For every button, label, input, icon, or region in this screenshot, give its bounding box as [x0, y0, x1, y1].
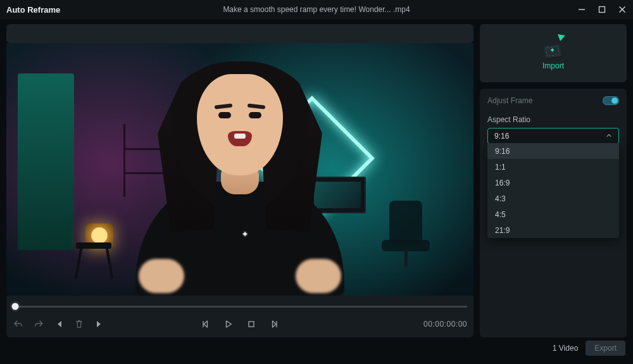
cursor-icon: ✦ [242, 230, 248, 239]
delete-icon[interactable] [73, 318, 85, 330]
step-back-icon[interactable] [200, 318, 211, 330]
stop-icon[interactable] [246, 318, 257, 330]
aspect-option-1-1[interactable]: 1:1 [487, 159, 619, 175]
next-marker-icon[interactable] [94, 318, 105, 330]
app-title: Auto Reframe [6, 5, 60, 15]
svg-rect-5 [249, 322, 254, 327]
right-panel: ✦ Import Adjust Frame Aspect Ratio 9:16 … [480, 24, 627, 337]
redo-icon[interactable] [33, 318, 44, 330]
step-forward-icon[interactable] [268, 318, 280, 330]
aspect-option-4-3[interactable]: 4:3 [487, 191, 619, 206]
aspect-ratio-select[interactable]: 9:16 [487, 128, 619, 144]
adjust-frame-panel: Adjust Frame Aspect Ratio 9:16 9:16 1:1 … [480, 89, 627, 337]
aspect-ratio-label: Aspect Ratio [487, 115, 619, 124]
video-count: 1 Video [553, 344, 578, 353]
undo-icon[interactable] [13, 318, 24, 330]
export-button[interactable]: Export [586, 341, 625, 356]
adjust-frame-title: Adjust Frame [487, 96, 532, 105]
timeline-scrubber[interactable] [13, 301, 467, 312]
player-controls: 00:00:00:00 [6, 296, 473, 337]
preview-panel: ✦ [6, 24, 473, 337]
minimize-icon[interactable] [577, 5, 586, 14]
aspect-option-4-5[interactable]: 4:5 [487, 206, 619, 222]
aspect-option-16-9[interactable]: 16:9 [487, 175, 619, 191]
window-controls [577, 5, 627, 14]
prev-marker-icon[interactable] [53, 318, 65, 330]
adjust-frame-toggle[interactable] [603, 96, 619, 105]
preview-topbar [6, 24, 473, 43]
footer: 1 Video Export [0, 339, 633, 358]
video-frame: ✦ [6, 43, 473, 296]
import-icon: ✦ [543, 36, 563, 58]
aspect-ratio-value: 9:16 [494, 132, 509, 141]
svg-rect-1 [599, 7, 605, 13]
import-label: Import [542, 61, 564, 70]
close-icon[interactable] [618, 5, 627, 14]
maximize-icon[interactable] [598, 5, 606, 14]
chevron-up-icon [606, 132, 612, 141]
import-button[interactable]: ✦ Import [480, 24, 627, 82]
timecode: 00:00:00:00 [423, 320, 467, 329]
aspect-option-9-16[interactable]: 9:16 [487, 143, 619, 159]
video-preview[interactable]: ✦ [6, 43, 473, 296]
aspect-option-21-9[interactable]: 21:9 [487, 222, 619, 238]
scrubber-thumb[interactable] [12, 303, 19, 310]
aspect-ratio-dropdown: 9:16 1:1 16:9 4:3 4:5 21:9 [487, 143, 619, 238]
play-icon[interactable] [223, 318, 234, 330]
file-title: Make a smooth speed ramp every time! Won… [223, 5, 410, 14]
titlebar: Auto Reframe Make a smooth speed ramp ev… [0, 0, 633, 19]
workspace: ✦ [0, 19, 633, 339]
